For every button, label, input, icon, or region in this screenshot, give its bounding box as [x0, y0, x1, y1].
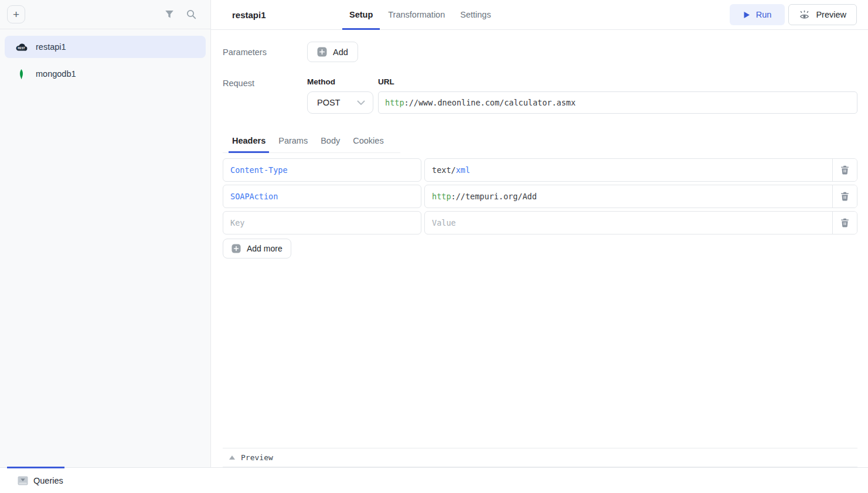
editor-header: restapi1 SetupTransformationSettings Run	[211, 0, 868, 30]
svg-text:REST: REST	[18, 47, 25, 50]
queries-panel-icon	[18, 476, 28, 485]
preview-button[interactable]: Preview	[788, 4, 857, 25]
code-segment: ://www.dneonline.com/calculator.asmx	[404, 98, 576, 107]
header-key-input[interactable]: Content-Type	[223, 158, 421, 182]
header-row: KeyValue	[223, 211, 857, 234]
key-placeholder: Key	[230, 218, 244, 227]
rest-api-cloud-icon: REST	[14, 42, 28, 52]
add-parameter-button[interactable]: Add	[307, 42, 358, 62]
delete-header-row-button[interactable]	[832, 159, 857, 181]
value-placeholder: Value	[432, 218, 456, 227]
response-preview-toggle[interactable]: Preview	[223, 448, 857, 467]
sidebar-item-label: mongodb1	[36, 69, 76, 79]
plus-square-icon	[232, 244, 241, 253]
trash-icon	[840, 192, 849, 201]
plus-icon: +	[13, 8, 19, 21]
search-icon	[186, 9, 196, 19]
editor-tabs: SetupTransformationSettings	[342, 0, 498, 29]
header-value-input[interactable]: http://tempuri.org/Add	[425, 185, 832, 208]
app-window: +	[0, 0, 868, 493]
code-segment: http	[385, 98, 404, 107]
header-value-cell: http://tempuri.org/Add	[424, 185, 857, 208]
add-more-label: Add more	[247, 244, 282, 253]
headers-table: Content-Typetext/xml SOAPActionhttp://te…	[223, 158, 857, 234]
new-query-button[interactable]: +	[7, 5, 25, 23]
query-list: REST restapi1 mongodb1	[0, 29, 210, 91]
filter-icon	[165, 10, 174, 19]
header-value-cell: Value	[424, 211, 857, 234]
subtab-body[interactable]: Body	[317, 132, 343, 153]
method-label: Method	[307, 77, 373, 86]
setup-form: Parameters Add Request Method	[211, 30, 868, 467]
header-row: SOAPActionhttp://tempuri.org/Add	[223, 185, 857, 208]
active-bottom-tab-indicator	[7, 467, 64, 468]
header-value-input[interactable]: text/xml	[425, 159, 832, 181]
tab-transformation[interactable]: Transformation	[381, 0, 452, 29]
subtab-headers[interactable]: Headers	[229, 132, 269, 153]
url-label: URL	[378, 77, 857, 86]
method-value: POST	[317, 98, 340, 107]
preview-button-label: Preview	[816, 10, 846, 19]
run-button-label: Run	[756, 10, 772, 19]
sidebar-item-mongodb1[interactable]: mongodb1	[5, 63, 206, 85]
trash-icon	[840, 218, 849, 227]
queries-tab-label: Queries	[33, 476, 63, 485]
main-panel: restapi1 SetupTransformationSettings Run	[211, 0, 868, 467]
code-segment: text/	[432, 165, 456, 175]
code-segment: SOAPAction	[230, 192, 278, 201]
tab-settings[interactable]: Settings	[453, 0, 498, 29]
request-subtabs: HeadersParamsBodyCookies	[223, 132, 400, 153]
header-key-input[interactable]: Key	[223, 211, 421, 234]
eye-icon	[799, 10, 810, 20]
filter-button[interactable]	[165, 10, 174, 19]
header-value-input[interactable]: Value	[425, 212, 832, 234]
code-segment: http	[432, 192, 451, 201]
sidebar-item-restapi1[interactable]: REST restapi1	[5, 36, 206, 58]
response-preview-label: Preview	[241, 453, 273, 462]
subtab-params[interactable]: Params	[275, 132, 311, 153]
code-segment: Content-Type	[230, 165, 288, 175]
header-row: Content-Typetext/xml	[223, 158, 857, 182]
subtab-cookies[interactable]: Cookies	[349, 132, 387, 153]
header-value-cell: text/xml	[424, 158, 857, 182]
plus-square-icon	[317, 47, 327, 57]
parameters-label: Parameters	[223, 47, 307, 57]
sidebar: +	[0, 0, 211, 467]
tab-setup[interactable]: Setup	[342, 0, 380, 29]
chevron-down-icon	[357, 100, 365, 106]
url-input[interactable]: http://www.dneonline.com/calculator.asmx	[378, 91, 857, 114]
add-more-button[interactable]: Add more	[223, 239, 291, 259]
method-select[interactable]: POST	[307, 91, 373, 114]
delete-header-row-button[interactable]	[832, 185, 857, 208]
header-key-input[interactable]: SOAPAction	[223, 185, 421, 208]
caret-up-icon	[229, 455, 235, 460]
sidebar-header: +	[0, 0, 210, 29]
trash-icon	[840, 165, 849, 175]
delete-header-row-button[interactable]	[832, 212, 857, 234]
run-button[interactable]: Run	[730, 4, 785, 25]
bottom-bar: Queries	[0, 467, 868, 493]
play-icon	[743, 11, 750, 19]
request-label: Request	[223, 77, 307, 114]
query-title: restapi1	[232, 10, 342, 20]
code-segment: xml	[456, 165, 470, 175]
add-parameter-label: Add	[333, 47, 348, 57]
search-button[interactable]	[186, 9, 196, 19]
mongodb-leaf-icon	[14, 69, 28, 79]
sidebar-item-label: restapi1	[36, 42, 66, 52]
bottom-tab-queries[interactable]: Queries	[18, 476, 63, 485]
code-segment: ://tempuri.org/Add	[451, 192, 537, 201]
